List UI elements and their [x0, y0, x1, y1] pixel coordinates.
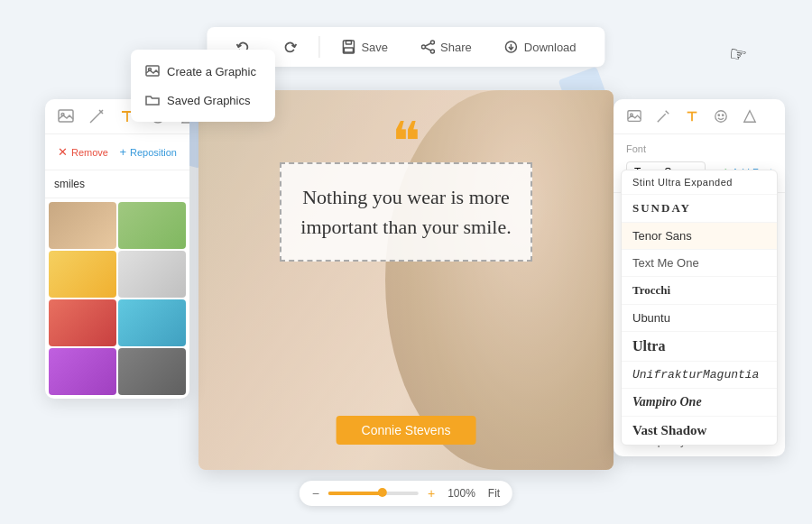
image-icon	[145, 64, 160, 78]
canvas-wrapper: ❝ Nothing you wear is more important tha…	[198, 90, 614, 470]
zoom-fit-button[interactable]: Fit	[488, 487, 500, 500]
search-input[interactable]	[54, 178, 189, 190]
font-item-vampiro[interactable]: Vampiro One	[622, 389, 777, 417]
remove-button[interactable]: ✕ Remove	[54, 142, 112, 162]
grid-image-5[interactable]	[49, 299, 116, 346]
create-graphic-label: Create a Graphic	[167, 65, 256, 78]
remove-icon: ✕	[58, 145, 68, 159]
font-item-ubuntu[interactable]: Ubuntu	[622, 305, 777, 332]
grid-image-7[interactable]	[49, 348, 116, 395]
plus-icon: +	[119, 145, 126, 159]
font-item-unifraktur[interactable]: UnifrakturMaguntia	[622, 362, 777, 389]
svg-rect-4	[344, 48, 353, 52]
svg-rect-12	[59, 110, 73, 122]
svg-point-32	[715, 111, 726, 122]
right-panel-tabs	[614, 99, 785, 134]
left-panel: ✕ Remove + Reposition	[45, 99, 189, 399]
quote-mark: ❝	[392, 115, 420, 170]
saved-graphics-label: Saved Graphics	[167, 94, 251, 107]
remove-label: Remove	[71, 147, 108, 158]
font-section: Font Tenor Sans ▾ + Add Font Stint Ultra…	[614, 134, 785, 193]
download-label: Download	[524, 41, 577, 54]
right-tab-wand-icon[interactable]	[655, 108, 671, 124]
reposition-button[interactable]: + Reposition	[115, 142, 180, 162]
reposition-label: Reposition	[130, 147, 177, 158]
folder-icon	[145, 93, 160, 107]
grid-image-2[interactable]	[118, 202, 186, 249]
grid-image-1[interactable]	[49, 202, 116, 249]
font-item-sunday[interactable]: SUNDAY	[622, 195, 777, 223]
font-item-text-me-one[interactable]: Text Me One	[622, 250, 777, 277]
svg-line-29	[666, 111, 669, 115]
search-bar	[45, 170, 189, 198]
image-grid	[45, 198, 189, 399]
canvas-background: ❝ Nothing you wear is more important tha…	[198, 90, 614, 470]
save-button[interactable]: Save	[330, 34, 399, 60]
tab-image-icon[interactable]	[58, 108, 74, 124]
menu-item-create-graphic[interactable]: Create a Graphic	[131, 57, 275, 86]
svg-line-9	[425, 48, 430, 51]
download-button[interactable]: Download	[494, 34, 587, 60]
font-item-tenor-sans[interactable]: Tenor Sans	[622, 223, 777, 250]
text-box[interactable]: Nothing you wear is more important than …	[280, 162, 532, 262]
svg-point-6	[421, 45, 425, 49]
grid-image-8[interactable]	[118, 348, 186, 395]
share-label: Share	[440, 41, 472, 54]
grid-image-4[interactable]	[118, 251, 186, 298]
quote-text: Nothing you wear is more important than …	[300, 182, 512, 242]
right-tab-emoji-icon[interactable]	[713, 108, 729, 124]
font-dropdown: Stint Ultra Expanded SUNDAY Tenor Sans T…	[621, 170, 778, 446]
zoom-decrease-icon[interactable]: −	[312, 486, 319, 501]
svg-point-5	[430, 41, 434, 44]
panel-actions: ✕ Remove + Reposition	[45, 134, 189, 170]
share-button[interactable]: Share	[410, 34, 483, 60]
toolbar-divider	[318, 36, 319, 58]
font-item-stint[interactable]: Stint Ultra Expanded	[622, 170, 777, 195]
font-section-label: Font	[626, 143, 772, 154]
font-item-ultra[interactable]: Ultra	[622, 332, 777, 362]
save-label: Save	[361, 41, 388, 54]
grid-image-6[interactable]	[118, 299, 186, 346]
right-tab-shape-icon[interactable]	[742, 108, 758, 124]
svg-point-17	[101, 112, 102, 113]
right-tab-text-icon[interactable]	[684, 108, 700, 124]
svg-point-7	[430, 50, 434, 53]
menu-item-saved-graphics[interactable]: Saved Graphics	[131, 86, 275, 115]
author-badge: Connie Stevens	[337, 416, 476, 445]
redo-button[interactable]	[272, 34, 308, 60]
font-item-vast-shadow[interactable]: Vast Shadow	[622, 417, 777, 445]
svg-marker-35	[744, 111, 755, 122]
right-panel: Font Tenor Sans ▾ + Add Font Stint Ultra…	[614, 99, 785, 456]
tab-wand-icon[interactable]	[88, 108, 105, 124]
cursor-hand-icon: ☞	[727, 41, 749, 68]
svg-point-34	[723, 115, 724, 115]
zoom-slider[interactable]	[328, 492, 419, 495]
grid-image-3[interactable]	[49, 251, 116, 298]
svg-line-14	[90, 114, 99, 123]
zoom-bar: − + 100% Fit	[300, 481, 512, 506]
svg-line-28	[658, 114, 666, 122]
zoom-level: 100%	[448, 487, 475, 500]
right-tab-image-icon[interactable]	[626, 108, 642, 124]
menu-dropdown: Create a Graphic Saved Graphics	[131, 50, 275, 122]
zoom-increase-icon[interactable]: +	[428, 486, 435, 501]
svg-line-8	[425, 43, 430, 46]
font-item-trocchi[interactable]: Trocchi	[622, 277, 777, 305]
svg-rect-26	[628, 111, 641, 122]
svg-rect-3	[346, 41, 351, 44]
svg-point-33	[718, 115, 719, 115]
svg-rect-2	[343, 41, 354, 53]
